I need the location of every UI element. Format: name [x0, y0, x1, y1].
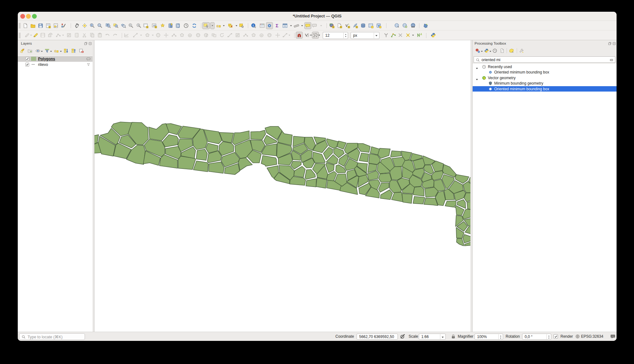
paste-features-button[interactable] — [96, 32, 103, 39]
trim-extend-dropdown[interactable] — [287, 32, 292, 39]
map-feature-polygon[interactable] — [337, 141, 346, 149]
scale-combo[interactable]: 1:66 — [419, 334, 446, 340]
new-spatial-bookmark-button[interactable] — [159, 22, 166, 29]
processing-search-input[interactable]: oriented mi — [474, 56, 615, 63]
add-vector-layer-button[interactable] — [367, 22, 374, 29]
new-geopackage-layer-button[interactable] — [328, 22, 335, 29]
tree-item-vector-geometry[interactable]: Vector geometry — [473, 75, 617, 81]
metasearch-button[interactable] — [410, 22, 417, 29]
open-project-button[interactable] — [29, 22, 36, 29]
new-map-view-button[interactable] — [142, 22, 149, 29]
temporal-controller-button[interactable] — [183, 22, 190, 29]
layers-panel-float-button[interactable] — [84, 42, 87, 45]
identify-features-button[interactable]: i — [250, 22, 257, 29]
reshape-features-dropdown[interactable] — [139, 32, 143, 39]
advanced-digitizing-12-button[interactable] — [242, 32, 249, 39]
map-feature-polygon[interactable] — [391, 151, 401, 157]
processing-panel-close-button[interactable] — [612, 42, 616, 45]
enable-snapping-button[interactable] — [296, 32, 303, 39]
snapping-tolerance[interactable]: 12 — [323, 32, 348, 39]
select-by-expression-dropdown[interactable] — [222, 22, 226, 29]
map-feature-polygon[interactable] — [359, 153, 369, 162]
map-feature-polygon[interactable] — [467, 201, 470, 210]
metasearch-add-button[interactable] — [401, 22, 408, 29]
snapping-tolerance-stepper[interactable] — [343, 33, 347, 38]
plugins-button[interactable] — [422, 22, 429, 29]
map-feature-polygon[interactable] — [391, 192, 403, 202]
map-feature-polygon[interactable] — [290, 176, 306, 185]
map-feature-polygon[interactable] — [358, 144, 370, 152]
new-annotation-button[interactable] — [311, 22, 318, 29]
new-annotation-dropdown[interactable] — [319, 22, 323, 29]
show-spatial-bookmarks-button[interactable] — [167, 22, 174, 29]
advanced-digitizing-16-button[interactable] — [274, 32, 281, 39]
map-feature-polygon[interactable] — [306, 179, 316, 187]
show-layout-manager-button[interactable] — [52, 22, 59, 29]
zoom-in-button[interactable] — [89, 22, 96, 29]
tree-item-minimum-bounding-geometry[interactable]: Minimum bounding geometry — [473, 80, 617, 86]
advanced-digitizing-11-button[interactable] — [234, 32, 241, 39]
snapping-dots-dropdown[interactable] — [317, 32, 321, 39]
map-feature-polygon[interactable] — [327, 171, 337, 181]
clear-search-icon[interactable] — [609, 58, 613, 63]
map-feature-polygon[interactable] — [327, 139, 338, 148]
map-feature-polygon[interactable] — [193, 161, 208, 172]
measure-line-button[interactable] — [293, 22, 300, 29]
deselect-features-button[interactable] — [227, 22, 234, 29]
reshape-features-button[interactable] — [132, 32, 139, 39]
open-field-calculator-button[interactable] — [281, 22, 288, 29]
rotation-spin-stepper[interactable] — [547, 334, 551, 340]
collapse-all-button[interactable] — [70, 47, 77, 54]
open-layer-styling-button[interactable] — [19, 47, 26, 54]
zoom-full-button[interactable] — [105, 22, 112, 29]
toggle-editing-button[interactable] — [32, 32, 39, 39]
expand-all-button[interactable] — [62, 47, 69, 54]
open-field-calculator-dropdown[interactable] — [289, 22, 293, 29]
processing-toolbox-button[interactable] — [266, 22, 273, 29]
db-manager-button[interactable] — [360, 22, 367, 29]
modify-attributes-button[interactable] — [66, 32, 73, 39]
layer-item-polygons[interactable]: Polygons — [18, 56, 93, 62]
processing-panel-float-button[interactable] — [608, 42, 611, 45]
advanced-digitizing-15-button[interactable] — [266, 32, 273, 39]
edit-features-in-place-button[interactable] — [508, 47, 515, 54]
tracing-button[interactable] — [416, 32, 423, 39]
style-manager-button[interactable] — [60, 22, 67, 29]
toolbar-digitizing-handle[interactable] — [19, 33, 21, 38]
multiedit-attributes-button[interactable] — [73, 32, 80, 39]
map-feature-polygon[interactable] — [126, 145, 145, 164]
new-print-layout-button[interactable] — [45, 22, 52, 29]
tree-item-oriented-minimum-bounding-box[interactable]: Oriented minimum bounding box — [473, 86, 617, 92]
select-features-dropdown-seg-button[interactable] — [210, 22, 215, 29]
show-statistical-summary-button[interactable]: Σ — [274, 22, 281, 29]
advanced-digitizing-6-button[interactable] — [195, 32, 202, 39]
select-features-button[interactable] — [202, 22, 210, 29]
crs-globe-icon[interactable] — [575, 334, 580, 339]
map-feature-polygon[interactable] — [251, 130, 266, 140]
metasearch-osm-button[interactable] — [393, 22, 400, 29]
render-checkbox[interactable] — [553, 334, 558, 339]
add-virtual-layer-button[interactable] — [375, 22, 382, 29]
self-snapping-dropdown[interactable] — [411, 32, 415, 39]
processing-history-button[interactable] — [491, 47, 498, 54]
add-group-button[interactable] — [26, 47, 33, 54]
vertex-tool-dropdown[interactable] — [61, 32, 65, 39]
zoom-last-button[interactable] — [127, 22, 134, 29]
map-feature-polygon[interactable] — [413, 187, 424, 196]
rotation-spin[interactable]: 0,0 ° — [522, 334, 551, 340]
zoom-to-selection-button[interactable] — [112, 22, 119, 29]
map-feature-polygon[interactable] — [445, 201, 456, 207]
avoid-overlap-button[interactable] — [390, 32, 397, 39]
layer-checkbox-rilievo[interactable] — [25, 63, 29, 67]
pan-map-button[interactable] — [74, 22, 81, 29]
advanced-digitizing-2-button[interactable] — [163, 32, 170, 39]
advanced-digitizing-1-button[interactable] — [155, 32, 162, 39]
map-feature-polygon[interactable] — [261, 156, 277, 166]
copy-features-button[interactable] — [89, 32, 96, 39]
map-feature-polygon[interactable] — [463, 234, 470, 243]
advanced-digitizing-13-button[interactable] — [250, 32, 257, 39]
digitize-with-segment-button[interactable] — [47, 32, 54, 39]
map-canvas[interactable] — [94, 40, 470, 332]
digitizing-chart-button[interactable] — [123, 32, 130, 39]
undo-button[interactable] — [104, 32, 111, 39]
